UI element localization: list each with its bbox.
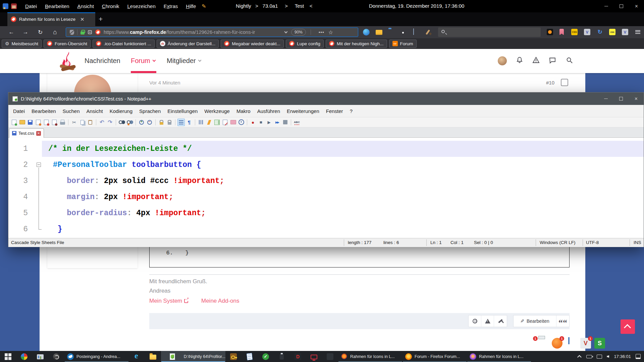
zoom-level-badge[interactable]: 90% [291, 29, 306, 36]
code-line-4[interactable]: 4 margin: 2px !important; [8, 189, 644, 205]
npp-menu-suchen[interactable]: Suchen [59, 106, 83, 116]
speaker-icon[interactable] [607, 355, 609, 358]
save-toolbar-icon[interactable] [26, 119, 34, 126]
nav-nachrichten[interactable]: Nachrichten [85, 57, 120, 65]
taskbar-thunderbird-button[interactable]: Posteingang - Andrea... [64, 351, 129, 362]
moderation-alert-icon[interactable] [532, 56, 540, 65]
extension-ribbon-icon[interactable] [559, 29, 564, 35]
npp-menu-einstellungen[interactable]: Einstellungen [164, 106, 201, 116]
orange-app-tray-icon[interactable]: 1 [552, 338, 562, 349]
calendar-icon[interactable] [11, 3, 17, 9]
taskbar-presentation-button[interactable] [32, 351, 48, 362]
permissions-icon[interactable] [88, 30, 92, 34]
npp-menu-bearbeiten[interactable]: Bearbeiten [28, 106, 59, 116]
menu-ansicht[interactable]: Ansicht [74, 2, 98, 10]
paste-toolbar-icon[interactable] [87, 119, 94, 126]
edit-button[interactable]: ✎Bearbeiten [514, 315, 556, 327]
copy2-toolbar-icon[interactable] [35, 119, 42, 126]
document-tab-close-icon[interactable]: ✕ [36, 131, 41, 136]
extension-drop-icon[interactable] [363, 29, 370, 36]
s-app-tray-icon[interactable]: S [594, 338, 605, 349]
moderation-button[interactable] [494, 315, 507, 327]
close-button[interactable]: × [629, 0, 644, 12]
action-center-icon[interactable] [636, 354, 641, 359]
notifications-bell-icon[interactable] [516, 56, 523, 65]
sync-icon[interactable]: ↻ [597, 29, 603, 35]
extension-v-icon[interactable]: V [584, 29, 590, 35]
document-tab[interactable]: Test.css ✕ [9, 128, 44, 138]
bookmark-foren-übersicht[interactable]: Foren-Übersicht [44, 40, 91, 48]
extension-css2-icon[interactable]: css [609, 29, 615, 35]
taskbar-key-button[interactable] [225, 351, 241, 362]
npp-menu-makro[interactable]: Makro [233, 106, 254, 116]
code-editor[interactable]: 1/* in der Lesezeichen-Leiste */2 #Perso… [8, 138, 644, 238]
open-toolbar-icon[interactable] [18, 119, 26, 126]
extension-open-folder-icon[interactable] [376, 30, 382, 35]
code-line-5[interactable]: 5 border-radius: 4px !important; [8, 205, 644, 221]
savem-toolbar-icon[interactable] [281, 119, 289, 126]
network-icon[interactable] [597, 355, 602, 359]
zin-toolbar-icon[interactable] [138, 119, 145, 126]
bookmark-forum[interactable]: f-fForum [389, 40, 417, 48]
user-avatar[interactable] [498, 56, 507, 65]
globe-button[interactable] [469, 315, 481, 327]
pencil-icon[interactable]: ✎ [202, 3, 206, 9]
taskbar-firefox-purple-button[interactable]: Rahmen für Icons in L... [467, 351, 531, 362]
extension-window-icon[interactable] [413, 28, 414, 35]
clock-toolbar-icon[interactable] [237, 119, 245, 126]
document-tray-icon[interactable] [568, 337, 570, 344]
print-toolbar-icon[interactable] [59, 119, 66, 126]
back-button[interactable]: ← [7, 28, 16, 37]
new-toolbar-icon[interactable] [10, 119, 18, 126]
npp-menu-kodierung[interactable]: Kodierung [106, 106, 136, 116]
taskbar-edge-button[interactable] [129, 351, 145, 362]
page-actions-icon[interactable]: ••• [319, 30, 324, 35]
taskbar-pinwheel-button[interactable] [16, 351, 32, 362]
abc-toolbar-icon[interactable] [293, 119, 301, 126]
map-toolbar-icon[interactable] [213, 119, 221, 126]
forum-search-icon[interactable] [566, 57, 573, 65]
messages-icon[interactable] [549, 57, 556, 65]
nav-mitglieder[interactable]: Mitglieder [167, 57, 201, 65]
npp-menu-ansicht[interactable]: Ansicht [83, 106, 106, 116]
rec-toolbar-icon[interactable] [249, 119, 257, 126]
taskbar-sphere-button[interactable] [48, 351, 64, 362]
npp-menu-ausführen[interactable]: Ausführen [254, 106, 283, 116]
code-line-2[interactable]: 2 #PersonalToolbar toolbarbutton { [8, 157, 644, 173]
urlbar-dropdown-icon[interactable] [284, 30, 288, 34]
play-toolbar-icon[interactable] [265, 119, 273, 126]
code-line-3[interactable]: 3 border: 2px solid #ccc !important; [8, 173, 644, 189]
folderpink-toolbar-icon[interactable] [229, 119, 237, 126]
post-number[interactable]: #10 [546, 80, 554, 85]
menu-lesezeichen[interactable]: Lesezeichen [124, 2, 159, 10]
zout-toolbar-icon[interactable] [146, 119, 153, 126]
indent-toolbar-icon[interactable] [197, 119, 205, 126]
extension-v2-icon[interactable]: V [622, 29, 628, 35]
taskbar-explorer-button[interactable] [145, 351, 161, 362]
minimize-button[interactable] [599, 0, 614, 12]
bookmark-star-icon[interactable]: ☆ [328, 29, 333, 36]
bookmark-megabar-wieder-deakt-[interactable]: Megabar wieder deakt... [221, 40, 284, 48]
lock-toolbar-icon[interactable] [158, 119, 165, 126]
restore-button[interactable] [614, 0, 629, 12]
hamburger-menu-icon[interactable] [635, 29, 641, 35]
lock2-toolbar-icon[interactable] [166, 119, 173, 126]
closed-toolbar-icon[interactable] [43, 119, 50, 126]
quote-button[interactable]: ““ [556, 315, 569, 327]
extension-css-icon[interactable]: CSS [571, 29, 578, 35]
cut-toolbar-icon[interactable] [70, 119, 78, 126]
taskbar-start-button[interactable] [0, 351, 16, 362]
menu-bearbeiten[interactable]: Bearbeiten [41, 2, 73, 10]
battery-icon[interactable] [586, 355, 592, 358]
restore-button[interactable] [613, 93, 629, 105]
bookmark--ico-datei-funktioniert-[interactable]: .ico-Datei funktioniert ... [93, 40, 155, 48]
taskbar-firefox-dark-button[interactable]: Rahmen für Icons in L... [338, 351, 402, 362]
replace-toolbar-icon[interactable] [126, 119, 133, 126]
taskbar-clock[interactable]: 17:36:01 [614, 354, 631, 359]
fold-margin[interactable] [28, 157, 42, 173]
stop-toolbar-icon[interactable] [257, 119, 265, 126]
link-mein-system[interactable]: Mein System [149, 298, 188, 304]
link-meine-addons[interactable]: Meine Add-ons [201, 298, 239, 304]
bookmark-meistbesucht[interactable]: ⚙Meistbesucht [2, 40, 42, 48]
bookmark-lupe-config[interactable]: Lupe config [286, 40, 324, 48]
